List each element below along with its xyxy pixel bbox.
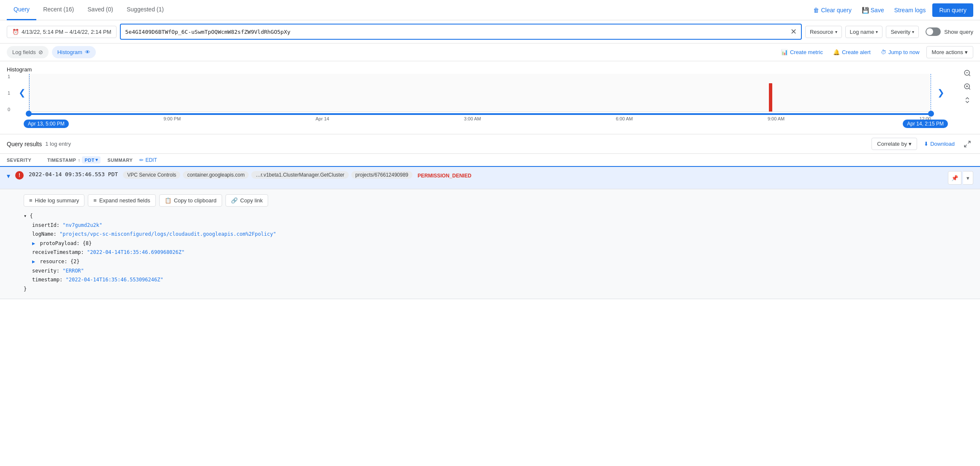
insertid-value[interactable]: "nv7gumd2u2k" xyxy=(62,222,102,228)
severity-filter[interactable]: Severity ▾ xyxy=(886,26,919,38)
save-button[interactable]: 💾 Save xyxy=(858,4,888,16)
clear-query-button[interactable]: 🗑 Clear query xyxy=(810,4,855,16)
json-protopayload-row: ▶ protoPayload: {8} xyxy=(32,239,973,248)
time-label-6: 9:00 AM xyxy=(768,116,785,121)
logname-value[interactable]: "projects/vpc-sc-misconfigured/logs/clou… xyxy=(60,231,276,237)
y-label-bot: 0 xyxy=(8,107,10,112)
histogram-chip[interactable]: Histogram 👁 xyxy=(52,46,96,58)
svg-line-8 xyxy=(964,144,966,147)
chevron-down-icon: ▾ xyxy=(95,157,98,163)
clock-icon: ⏱ xyxy=(881,49,886,55)
expand-icon: ≡ xyxy=(93,197,97,204)
histogram-title: Histogram xyxy=(7,66,961,73)
chevron-down-icon: ▾ xyxy=(965,49,968,55)
log-tag-project[interactable]: projects/676612490989 xyxy=(351,171,413,179)
chevron-down-icon: ▾ xyxy=(909,141,912,147)
expand-nested-fields-button[interactable]: ≡ Expand nested fields xyxy=(88,194,155,207)
range-start-label: Apr 13, 5:00 PM xyxy=(24,120,69,128)
toolbar: Log fields ⊘ Histogram 👁 📊 Create metric… xyxy=(0,44,980,61)
log-row: ▾ ! 2022-04-14 09:35:46.553 PDT VPC Serv… xyxy=(0,167,980,299)
jump-to-now-button[interactable]: ⏱ Jump to now xyxy=(877,46,923,58)
create-alert-button[interactable]: 🔔 Create alert xyxy=(830,46,874,58)
tab-suggested[interactable]: Suggested (1) xyxy=(120,0,171,20)
range-end-label: Apr 14, 2:15 PM xyxy=(903,120,948,128)
copy-to-clipboard-button[interactable]: 📋 Copy to clipboard xyxy=(159,194,222,207)
pencil-icon: ✏ xyxy=(139,157,144,163)
run-query-button[interactable]: Run query xyxy=(932,3,973,17)
log-tag-container[interactable]: container.googleapis.com xyxy=(183,171,249,179)
chevron-down-icon: ▾ xyxy=(912,30,914,34)
edit-columns-button[interactable]: ✏ EDIT xyxy=(139,157,157,163)
copy-icon: 📋 xyxy=(165,197,171,204)
pin-arrow-button[interactable]: ▾ xyxy=(963,171,973,185)
summary-icon: ≡ xyxy=(29,197,33,204)
histogram-nav-left[interactable]: ❮ xyxy=(19,87,26,98)
sort-up-icon: ↑ xyxy=(78,158,80,163)
tab-saved[interactable]: Saved (0) xyxy=(81,0,120,20)
more-actions-button[interactable]: More actions ▾ xyxy=(926,46,973,58)
resource-filter[interactable]: Resource ▾ xyxy=(805,26,842,38)
search-input[interactable] xyxy=(125,29,790,35)
time-range-picker[interactable]: ⏰ 4/13/22, 5:14 PM – 4/14/22, 2:14 PM xyxy=(7,26,117,38)
timestamp-value[interactable]: "2022-04-14T16:35:46.553096246Z" xyxy=(65,277,163,283)
svg-line-1 xyxy=(969,74,970,76)
expand-collapse-button[interactable] xyxy=(961,94,973,106)
pin-icon: 📌 xyxy=(951,175,958,181)
log-row-header: ▾ ! 2022-04-14 09:35:46.553 PDT VPC Serv… xyxy=(0,167,980,189)
fullscreen-button[interactable] xyxy=(961,138,973,150)
log-detail-actions: ≡ Hide log summary ≡ Expand nested field… xyxy=(24,194,973,207)
create-metric-button[interactable]: 📊 Create metric xyxy=(778,46,826,58)
pin-button[interactable]: 📌 xyxy=(948,171,961,185)
log-pin-area: 📌 ▾ xyxy=(948,171,973,185)
json-insertId-row: insertId: "nv7gumd2u2k" xyxy=(32,221,973,230)
link-icon: 🔗 xyxy=(231,197,238,204)
log-tags: VPC Service Controls container.googleapi… xyxy=(123,171,943,179)
download-button[interactable]: ⬇ Download xyxy=(920,138,958,150)
zoom-out-button[interactable] xyxy=(961,67,973,79)
time-label-3: Apr 14 xyxy=(315,116,329,121)
tab-query[interactable]: Query xyxy=(7,0,36,20)
time-label-5: 6:00 AM xyxy=(616,116,633,121)
json-timestamp-row: timestamp: "2022-04-14T16:35:46.55309624… xyxy=(32,275,973,285)
toggle-knob xyxy=(926,28,933,35)
results-header: Query results 1 log entry Correlate by ▾… xyxy=(0,134,980,154)
log-tag-vpc[interactable]: VPC Service Controls xyxy=(123,171,180,179)
permission-denied-label: PERMISSION_DENIED xyxy=(418,173,471,179)
log-expand-icon[interactable]: ▾ xyxy=(7,172,10,180)
log-fields-chip[interactable]: Log fields ⊘ xyxy=(7,46,49,58)
log-timestamp: 2022-04-14 09:35:46.553 PDT xyxy=(29,171,118,177)
receivetimestamp-value[interactable]: "2022-04-14T16:35:46.690968026Z" xyxy=(87,249,185,255)
y-label-mid: 1 xyxy=(8,90,10,95)
stream-logs-button[interactable]: Stream logs xyxy=(891,4,929,16)
show-query-toggle-area: Show query xyxy=(926,27,973,36)
col-header-timestamp: TIMESTAMP ↑ PDT ▾ xyxy=(47,156,100,164)
severity-value[interactable]: "ERROR" xyxy=(62,268,84,274)
json-resource-row: ▶ resource: {2} xyxy=(32,257,973,267)
show-query-toggle[interactable] xyxy=(926,27,941,36)
copy-link-button[interactable]: 🔗 Copy link xyxy=(225,194,268,207)
alert-icon: 🔔 xyxy=(833,49,840,55)
log-name-filter[interactable]: Log name ▾ xyxy=(845,26,883,38)
json-close-brace: } xyxy=(24,285,973,294)
resource-expand[interactable]: ▶ xyxy=(32,259,35,264)
zoom-in-button[interactable] xyxy=(961,81,973,93)
histogram-nav-right[interactable]: ❯ xyxy=(937,87,945,98)
results-count: 1 log entry xyxy=(45,141,71,147)
clear-search-icon[interactable]: ✕ xyxy=(790,27,797,36)
hide-log-summary-button[interactable]: ≡ Hide log summary xyxy=(24,194,84,207)
search-box[interactable]: ✕ xyxy=(120,24,801,40)
log-json: ▾ { insertId: "nv7gumd2u2k" logName: "pr… xyxy=(24,212,973,294)
download-icon: ⬇ xyxy=(924,141,928,147)
metric-icon: 📊 xyxy=(781,49,788,55)
protopayload-expand[interactable]: ▶ xyxy=(32,240,35,246)
col-header-summary: SUMMARY xyxy=(107,158,133,163)
save-icon: 💾 xyxy=(862,7,869,14)
chevron-down-icon: ▾ xyxy=(966,175,969,181)
time-label-2: 9:00 PM xyxy=(163,116,181,121)
correlate-by-button[interactable]: Correlate by ▾ xyxy=(871,138,917,150)
pdt-chip[interactable]: PDT ▾ xyxy=(82,156,100,164)
chevron-down-icon: ▾ xyxy=(835,30,837,34)
svg-line-7 xyxy=(968,141,970,143)
tab-recent[interactable]: Recent (16) xyxy=(36,0,81,20)
log-tag-cluster[interactable]: …r.v1beta1.ClusterManager.GetCluster xyxy=(251,171,348,179)
